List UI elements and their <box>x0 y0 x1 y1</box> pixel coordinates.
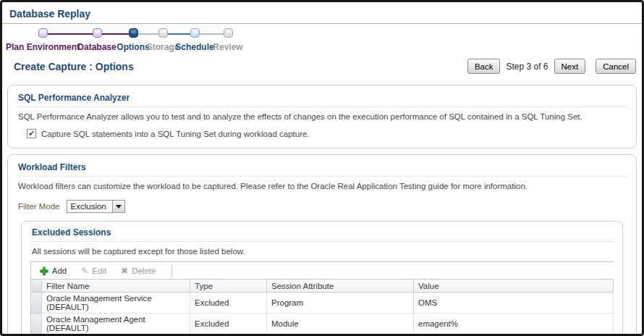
excluded-sessions-section: Excluded Sessions All sessions will be c… <box>21 221 623 336</box>
add-button-label: Add <box>52 266 67 275</box>
row-selector[interactable] <box>31 314 42 335</box>
column-header[interactable]: Value <box>414 280 614 293</box>
filter-mode-value: Exclusion <box>67 201 112 212</box>
wizard-step-review: Review <box>188 28 268 52</box>
section-title: Excluded Sessions <box>30 226 614 242</box>
workload-filters-section: Workload Filters Workload filters can cu… <box>7 154 637 336</box>
delete-button-label: Delete <box>132 266 156 275</box>
table-header-row: Filter Name Type Session Attribute Value <box>31 280 614 293</box>
step-label: Review <box>188 42 268 52</box>
table-cell: Excluded <box>190 293 267 314</box>
table-toolbar: ✚ Add ✎ Edit ✖ Delete <box>30 261 614 279</box>
section-description: Workload filters can customize the workl… <box>17 182 627 190</box>
excluded-sessions-table: Filter Name Type Session Attribute Value… <box>30 279 614 335</box>
back-button[interactable]: Back <box>467 59 501 74</box>
next-button[interactable]: Next <box>554 59 586 74</box>
capture-sql-checkbox-label: Capture SQL statements into a SQL Tuning… <box>41 130 310 138</box>
capture-sql-checkbox[interactable] <box>27 129 36 138</box>
column-header[interactable]: Filter Name <box>42 280 190 293</box>
step-icon <box>224 28 233 38</box>
table-cell: Oracle Management Agent (DEFAULT) <box>42 314 190 335</box>
selector-column-header <box>31 280 42 293</box>
wizard-buttons: Back Step 3 of 6 Next Cancel <box>467 59 636 74</box>
table-cell: emagent% <box>414 314 614 335</box>
cancel-button[interactable]: Cancel <box>596 59 636 74</box>
filter-mode-row: Filter Mode Exclusion <box>18 200 627 213</box>
wizard-train: Plan EnvironmentDatabaseOptionsStorageSc… <box>2 27 642 50</box>
add-button[interactable]: ✚ Add <box>40 266 67 276</box>
table-row[interactable]: Oracle Management Service (DEFAULT)Exclu… <box>31 293 614 314</box>
toolbar-separator <box>171 264 172 277</box>
section-title: SQL Performance Analyzer <box>17 91 627 107</box>
edit-button-label: Edit <box>92 266 106 275</box>
plus-icon: ✚ <box>40 266 48 276</box>
capture-sql-checkbox-row: Capture SQL statements into a SQL Tuning… <box>27 129 627 138</box>
chevron-down-icon[interactable] <box>112 201 124 212</box>
table-cell: Module <box>267 314 414 335</box>
sql-performance-analyzer-section: SQL Performance Analyzer SQL Performance… <box>7 85 637 148</box>
pencil-icon: ✎ <box>81 266 88 275</box>
subpage-title: Create Capture : Options <box>14 61 134 72</box>
edit-button[interactable]: ✎ Edit <box>81 266 106 275</box>
column-header[interactable]: Session Attribute <box>267 280 414 293</box>
table-row[interactable]: Oracle Management Agent (DEFAULT)Exclude… <box>31 314 614 335</box>
delete-button[interactable]: ✖ Delete <box>121 266 156 275</box>
window-frame: Database Replay Plan EnvironmentDatabase… <box>0 0 644 336</box>
table-cell: OMS <box>414 293 614 314</box>
table-cell: Excluded <box>190 314 267 335</box>
step-icon <box>38 28 48 38</box>
row-selector[interactable] <box>31 293 42 314</box>
section-description: SQL Performance Analyzer allows you to t… <box>17 112 627 121</box>
table-cell: Program <box>267 293 414 314</box>
title-bar: Database Replay <box>2 2 642 24</box>
column-header[interactable]: Type <box>190 280 267 293</box>
table-cell: Oracle Management Service (DEFAULT) <box>42 293 190 314</box>
x-icon: ✖ <box>121 266 128 275</box>
filter-mode-label: Filter Mode <box>18 202 60 211</box>
step-indicator: Step 3 of 6 <box>506 62 548 72</box>
section-title: Workload Filters <box>17 161 627 177</box>
filter-mode-select[interactable]: Exclusion <box>67 200 125 213</box>
header-row: Create Capture : Options Back Step 3 of … <box>2 50 642 80</box>
page-title: Database Replay <box>9 8 90 20</box>
section-description: All sessions will be captured except for… <box>30 247 614 256</box>
